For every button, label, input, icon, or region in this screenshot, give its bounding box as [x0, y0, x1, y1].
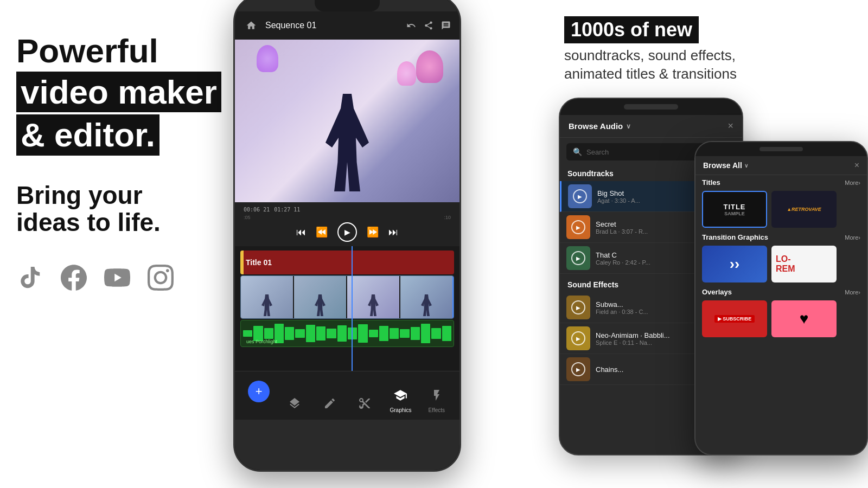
video-preview	[235, 40, 459, 202]
right-phones: Browse Audio ∨ × 🔍 Search Soundtracks Mo…	[548, 98, 868, 488]
title-card-retro[interactable]: ▲RETROVAVE	[771, 191, 837, 228]
layers-icon	[285, 394, 304, 413]
waveform-bar	[285, 327, 294, 340]
play-circle-neo[interactable]: ▶	[571, 331, 585, 345]
audio-label: ues Porchlight	[246, 339, 277, 344]
title-card-black[interactable]: TITLE SAMPLE	[702, 191, 767, 228]
waveform-bar	[264, 328, 273, 339]
video-track[interactable]	[240, 275, 454, 319]
control-buttons: ⏮ ⏪ ▶ ⏩ ⏭	[244, 222, 451, 242]
play-circle-subway[interactable]: ▶	[571, 300, 585, 314]
search-placeholder: Search	[586, 148, 609, 156]
audio-thumb-chains: ▶	[566, 357, 590, 381]
promo-headline: 1000s of new soundtracks, sound effects,…	[564, 16, 852, 84]
home-icon[interactable]	[244, 18, 259, 33]
timeline-labels: :05 :10	[244, 215, 451, 220]
chat-icon[interactable]	[441, 21, 451, 30]
close-button[interactable]: ×	[727, 120, 733, 132]
play-circle-secret[interactable]: ▶	[571, 220, 585, 234]
transition-cards: ›› LO- REM	[695, 243, 867, 285]
time-display: 00:06 21 01:27 11	[244, 207, 451, 213]
play-circle-bigshot[interactable]: ▶	[573, 189, 587, 203]
browse-audio-header: Browse Audio ∨ ×	[560, 115, 742, 138]
transitions-section-header: Transition Graphics More ›	[695, 230, 867, 243]
headline-line2: video maker	[16, 72, 221, 112]
video-thumb-3	[347, 276, 399, 318]
toolbar-item-effects[interactable]: Effects	[427, 386, 446, 413]
play-button[interactable]: ▶	[337, 222, 357, 242]
titles-chevron-right: ›	[858, 179, 860, 186]
share-icon[interactable]	[424, 21, 433, 30]
facebook-icon[interactable]	[60, 264, 88, 292]
waveform-bar	[316, 326, 326, 341]
toolbar-item-cut[interactable]	[355, 394, 374, 413]
tiktok-icon[interactable]	[16, 264, 44, 292]
waveform-bar	[442, 326, 451, 341]
audio-thumb-secret: ▶	[566, 215, 590, 239]
promo-sub: soundtracks, sound effects,animated titl…	[564, 47, 852, 84]
video-thumb-2	[294, 276, 346, 318]
phone-screen: Sequence 01 00:06 21 01:27 11	[235, 0, 459, 470]
overlays-chevron: ›	[858, 289, 860, 296]
video-thumb-1	[241, 276, 293, 318]
waveform-bar	[295, 329, 304, 338]
title-track[interactable]: Title 01	[240, 251, 454, 274]
total-time: 01:27 11	[274, 207, 300, 213]
transitions-title: Transition Graphics	[702, 233, 768, 241]
waveform-bar	[411, 327, 420, 340]
timeline-cursor	[352, 246, 353, 371]
instagram-icon[interactable]	[146, 264, 175, 292]
sequence-title: Sequence 01	[265, 21, 400, 30]
titles-more[interactable]: More ›	[845, 179, 860, 186]
lorem-line2: REM	[776, 265, 795, 273]
toolbar-item-graphics[interactable]: Graphics	[390, 386, 411, 413]
transition-card-lorem[interactable]: LO- REM	[771, 246, 837, 282]
cut-icon	[355, 394, 374, 413]
overlays-more[interactable]: More ›	[845, 289, 860, 296]
front-phone-notch	[695, 142, 867, 156]
soundtracks-title: Soundtracks	[567, 169, 614, 178]
overlay-card-heart[interactable]: ♥	[771, 300, 837, 337]
titles-section-title: Titles	[702, 178, 720, 187]
rewind-button[interactable]: ⏪	[316, 226, 328, 238]
audio-thumb-bigshot: ▶	[568, 184, 592, 208]
headline-block: Powerful video maker & editor.	[16, 33, 233, 160]
audio-thumb-neo: ▶	[566, 326, 590, 350]
waveform-bar	[243, 330, 252, 337]
skip-back-button[interactable]: ⏮	[296, 227, 306, 238]
overlays-title: Overlays	[702, 288, 732, 296]
waveform-bar	[431, 328, 441, 339]
thumb-silhouette-2	[315, 294, 326, 316]
undo-icon[interactable]	[406, 21, 416, 30]
browse-all-chevron: ∨	[744, 163, 748, 169]
waveform-bar	[337, 325, 347, 342]
phone-body: Sequence 01 00:06 21 01:27 11	[233, 0, 461, 472]
browse-all-close-button[interactable]: ×	[854, 160, 859, 170]
lorem-line1: LO-	[776, 255, 791, 264]
transition-card-blue[interactable]: ››	[702, 246, 767, 282]
sound-effects-title: Sound Effects	[567, 280, 618, 289]
subscribe-badge: ▶ SUBSCRIBE	[714, 315, 755, 323]
toolbar-item-edit[interactable]	[320, 394, 340, 413]
overlay-card-subscribe[interactable]: ▶ SUBSCRIBE	[702, 300, 767, 337]
step-forward-button[interactable]: ⏩	[367, 226, 379, 238]
thumb-silhouette-3	[368, 294, 379, 316]
edit-icon	[320, 394, 340, 413]
skip-forward-button[interactable]: ⏭	[388, 227, 398, 238]
search-icon: 🔍	[573, 147, 582, 156]
subheadline-text: Bring your ideas to life.	[16, 182, 233, 236]
play-circle-thatc[interactable]: ▶	[571, 251, 585, 265]
add-button[interactable]: +	[248, 381, 270, 402]
youtube-icon[interactable]	[103, 264, 131, 292]
notch-pill	[624, 104, 678, 110]
browse-audio-title: Browse Audio ∨	[569, 121, 631, 131]
toolbar-item-layers[interactable]	[285, 394, 304, 413]
transitions-more[interactable]: More ›	[845, 234, 860, 241]
play-circle-chains[interactable]: ▶	[571, 362, 585, 376]
waveform-bar	[421, 324, 430, 343]
subheadline: Bring your ideas to life.	[16, 182, 233, 236]
back-phone-notch	[560, 99, 742, 115]
browse-all-header: Browse All ∨ ×	[695, 156, 867, 175]
audio-track[interactable]: ues Porchlight	[240, 320, 454, 347]
waveform-bar	[358, 324, 367, 343]
